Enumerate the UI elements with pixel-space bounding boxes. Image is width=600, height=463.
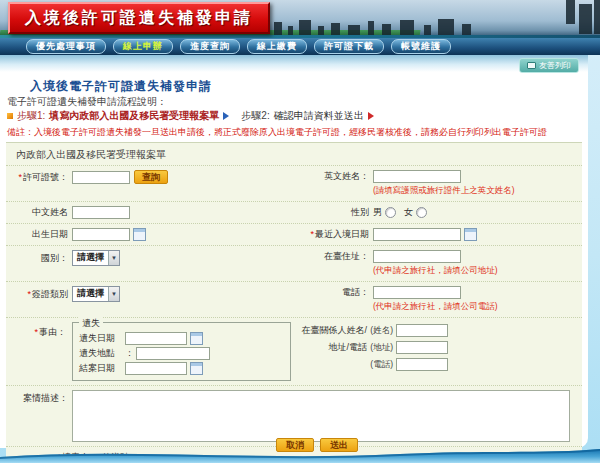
- contact-name-label: 在臺關係人姓名/: [291, 324, 367, 337]
- english-name-input[interactable]: [373, 170, 461, 183]
- process-label: 電子許可證遺失補發申請流程說明：: [7, 95, 167, 109]
- gender-female-radio[interactable]: [416, 207, 427, 218]
- print-button-label: 友善列印: [539, 60, 571, 71]
- row-chinese-gender: 中文姓名 性別 男 女: [6, 201, 582, 223]
- lost-place-input[interactable]: [136, 347, 210, 360]
- nav-tab-progress[interactable]: 進度查詢: [180, 39, 240, 54]
- chevron-down-icon: ▼: [108, 251, 119, 265]
- phone-hint: (代申請之旅行社，請填公司電話): [373, 301, 498, 313]
- nav-tab-priority[interactable]: 優先處理事項: [26, 39, 106, 54]
- reason-label: *事由：: [6, 322, 66, 339]
- banner-decoration: [274, 22, 282, 35]
- nationality-select-value: 請選擇: [73, 251, 108, 265]
- chinese-name-label: 中文姓名: [6, 206, 68, 219]
- nav-tab-online-apply[interactable]: 線上申辦: [113, 39, 173, 54]
- gender-label: 性別: [291, 206, 369, 219]
- address-input[interactable]: [373, 250, 461, 263]
- english-name-label: 英文姓名：: [291, 170, 369, 183]
- page-title: 入境後電子許可證遺失補發申請: [30, 78, 212, 95]
- entry-date-label: *最近入境日期: [291, 228, 369, 241]
- page-banner-title: 入境後許可證遺失補發申請: [25, 8, 253, 29]
- top-banner: 入境後許可證遺失補發申請: [0, 0, 600, 38]
- lost-fieldset-legend: 遺失: [79, 317, 103, 330]
- banner-decoration: [368, 21, 374, 35]
- banner-decoration: [594, 0, 600, 34]
- address-label: 在臺住址：: [291, 250, 369, 263]
- lost-date-input[interactable]: [125, 332, 187, 345]
- calendar-icon[interactable]: [464, 228, 477, 241]
- lost-fieldset: 遺失 遺失日期 遺失地點 ： 結案日期: [72, 322, 291, 381]
- gender-male-radio[interactable]: [385, 207, 396, 218]
- banner-decoration: [331, 23, 340, 35]
- content-card: 友善列印 入境後電子許可證遺失補發申請 電子許可證遺失補發申請流程說明： 步驟1…: [0, 55, 588, 448]
- banner-decoration: [424, 25, 431, 35]
- banner-decoration: [318, 26, 324, 35]
- description-textarea[interactable]: [72, 390, 570, 442]
- contact-name-sub: (姓名): [367, 325, 393, 337]
- banner-decoration: [438, 19, 454, 35]
- contact-tel-input[interactable]: [396, 358, 448, 371]
- page: 入境後許可證遺失補發申請 優先處理事項 線上申辦 進度查詢 線上繳費 許可證下載…: [0, 0, 600, 463]
- step2-label: 步驟2:: [241, 109, 269, 123]
- steps-line: 步驟1: 填寫內政部入出國及移民署受理報案單 步驟2: 確認申請資料並送出: [7, 109, 374, 123]
- nav-tab-download[interactable]: 許可證下載: [314, 39, 384, 54]
- contact-addr-input[interactable]: [396, 341, 448, 354]
- calendar-icon[interactable]: [133, 228, 146, 241]
- step1-text: 填寫內政部入出國及移民署受理報案單: [49, 109, 219, 123]
- calendar-icon[interactable]: [190, 332, 203, 345]
- contact-tel-sub: (電話): [367, 359, 393, 371]
- entry-date-input[interactable]: [373, 228, 461, 241]
- visa-type-select[interactable]: 請選擇 ▼: [72, 286, 120, 302]
- gender-female-label: 女: [404, 206, 413, 219]
- birth-date-label: 出生日期: [6, 228, 68, 241]
- banner-decoration: [288, 26, 293, 35]
- row-dates: 出生日期 *最近入境日期: [6, 223, 582, 245]
- search-button[interactable]: 查詢: [134, 170, 168, 184]
- banner-decoration: [579, 4, 592, 34]
- lost-place-label: 遺失地點: [79, 347, 125, 360]
- description-label: 案情描述：: [6, 390, 68, 405]
- calendar-icon[interactable]: [190, 362, 203, 375]
- row-visa-phone: *簽證類別 請選擇 ▼ 電話： (代申請之旅行社，請填公司電話): [6, 281, 582, 317]
- nav-tab-account[interactable]: 帳號維護: [391, 39, 451, 54]
- chinese-name-input[interactable]: [72, 206, 130, 219]
- row-description: 案情描述：: [6, 385, 582, 446]
- step2-text: 確認申請資料並送出: [274, 109, 364, 123]
- report-form: 內政部入出國及移民署受理報案單 *許可證號： 查詢 英文姓名： (請填寫護照或旅…: [6, 142, 582, 463]
- close-date-label: 結案日期: [79, 362, 125, 375]
- arrow-right-icon: [368, 112, 374, 120]
- phone-label: 電話：: [291, 286, 369, 299]
- note-text: 備註：入境後電子許可證遺失補發一旦送出申請後，將正式廢除原入出境電子許可證，經移…: [7, 126, 547, 139]
- arrow-right-icon: [223, 112, 229, 120]
- row-permit-english: *許可證號： 查詢 英文姓名： (請填寫護照或旅行證件上之英文姓名): [6, 165, 582, 201]
- banner-decoration: [299, 20, 311, 35]
- close-date-input[interactable]: [125, 362, 187, 375]
- address-hint: (代申請之旅行社，請填公司地址): [373, 265, 498, 277]
- birth-date-input[interactable]: [72, 228, 130, 241]
- phone-input[interactable]: [373, 286, 461, 299]
- row-reason-contact: *事由： 遺失 遺失日期 遺失地點 ：: [6, 317, 582, 385]
- form-section-title: 內政部入出國及移民署受理報案單: [6, 143, 582, 165]
- contact-addr-label: 地址/電話: [291, 341, 367, 354]
- banner-decoration: [382, 24, 391, 35]
- lost-place-colon: ：: [125, 347, 134, 360]
- chevron-down-icon: ▼: [108, 287, 119, 301]
- banner-decoration: [400, 20, 414, 35]
- contact-name-input[interactable]: [396, 324, 448, 337]
- bottom-wave-decoration: [0, 445, 600, 463]
- gender-male-label: 男: [373, 206, 382, 219]
- nationality-select[interactable]: 請選擇 ▼: [72, 250, 120, 266]
- permit-no-input[interactable]: [72, 171, 130, 184]
- banner-decoration: [348, 25, 360, 35]
- nationality-label: 國別：: [6, 252, 68, 265]
- page-banner-title-box: 入境後許可證遺失補發申請: [8, 2, 270, 34]
- visa-type-label: *簽證類別: [6, 288, 68, 301]
- banner-decoration: [462, 24, 471, 35]
- nav-tab-payment[interactable]: 線上繳費: [247, 39, 307, 54]
- banner-decoration: [566, 0, 575, 24]
- header-fade: [0, 55, 588, 72]
- visa-type-select-value: 請選擇: [73, 287, 108, 301]
- step-bullet-icon: [7, 113, 13, 119]
- contact-addr-sub: (地址): [367, 342, 393, 354]
- print-button[interactable]: 友善列印: [519, 58, 579, 73]
